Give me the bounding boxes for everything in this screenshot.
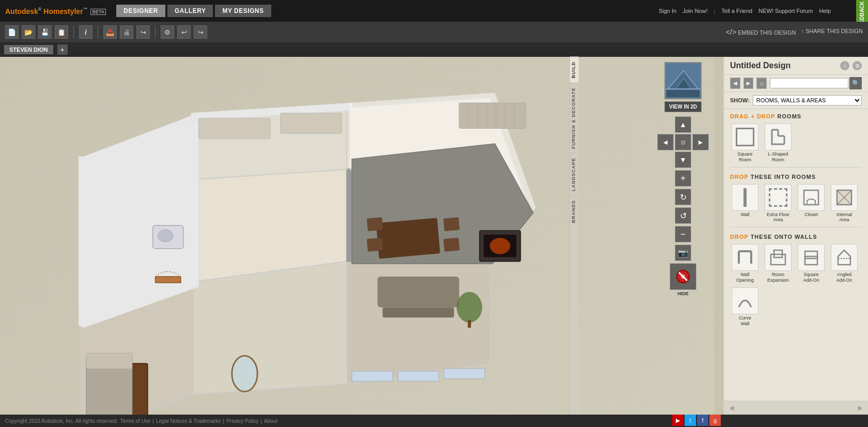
print-icon[interactable]: 🖨 <box>120 25 133 39</box>
panel-header: Untitled Design i ⚙ <box>724 57 868 75</box>
copy-icon[interactable]: 📋 <box>55 25 68 39</box>
closet-label: Closet <box>804 212 818 218</box>
extra-floor-item[interactable]: Extra FloorArea <box>763 184 793 223</box>
settings-icon[interactable]: ⚙ <box>161 25 174 39</box>
settings-panel-icon[interactable]: ⚙ <box>853 61 862 70</box>
user-tab-bar: STEVEN DION + <box>0 42 868 57</box>
sign-in-link[interactable]: Sign In <box>659 8 676 14</box>
youtube-icon[interactable]: ▶ <box>672 415 684 426</box>
social-icons: ▶ t f g <box>672 414 721 426</box>
tab-landscape[interactable]: LANDSCAPE <box>570 153 579 195</box>
about-link[interactable]: About <box>264 418 277 424</box>
save-icon[interactable]: 💾 <box>38 25 52 39</box>
square-addon-item[interactable]: SquareAdd-On <box>796 244 826 283</box>
l-shape-svg <box>768 127 788 147</box>
export-icon[interactable]: 📤 <box>103 25 117 39</box>
zoom-out-button[interactable]: − <box>675 226 691 242</box>
angled-addon-icon <box>831 244 858 271</box>
view-2d-button[interactable]: VIEW IN 2D <box>664 101 702 112</box>
logo-autodesk: Autodesk <box>5 7 38 15</box>
join-now-link[interactable]: Join Now! <box>683 8 707 14</box>
share-design-button[interactable]: ↑ SHARE THIS DESIGN <box>801 28 863 36</box>
nav-arrows: ▲ ◄ ⊡ ► ▼ <box>657 116 709 168</box>
wall-item[interactable]: Wall <box>730 184 760 223</box>
panel-search-button[interactable]: 🔍 <box>849 77 862 89</box>
pan-down-button[interactable]: ▼ <box>675 151 691 168</box>
pan-up-button[interactable]: ▲ <box>675 116 691 133</box>
add-tab-button[interactable]: + <box>57 44 68 55</box>
legal-link[interactable]: Legal Notices & Trademarks <box>156 418 221 424</box>
facebook-icon[interactable]: f <box>697 415 708 426</box>
info-icon[interactable]: i <box>79 25 92 39</box>
help-link[interactable]: Help <box>819 8 831 14</box>
l-shaped-room-icon <box>765 124 792 150</box>
undo-icon[interactable]: ↩ <box>177 25 191 39</box>
terms-link[interactable]: Terms of Use <box>120 418 150 424</box>
pan-right-button[interactable]: ► <box>692 134 709 150</box>
tab-furnish[interactable]: FURNISH & DECORATE <box>570 83 579 153</box>
nav-designer-button[interactable]: DESIGNER <box>116 5 165 17</box>
pan-left-button[interactable]: ◄ <box>657 134 674 150</box>
tell-friend-link[interactable]: Tell a Friend <box>721 8 752 14</box>
wall-opening-label: WallOpening <box>736 272 754 283</box>
square-addon-icon <box>798 244 825 271</box>
show-select[interactable]: ROOMS, WALLS & AREAS <box>753 95 862 105</box>
info-panel-icon[interactable]: i <box>840 61 849 70</box>
svg-rect-16 <box>367 217 383 231</box>
curve-wall-svg <box>735 291 755 311</box>
internal-area-item[interactable]: InternalArea <box>829 184 859 223</box>
open-file-icon[interactable]: 📂 <box>22 25 35 39</box>
hide-toggle-button[interactable] <box>670 263 696 290</box>
new-file-icon[interactable]: 📄 <box>5 25 19 39</box>
toolbar-divider-3 <box>155 26 156 38</box>
embed-design-button[interactable]: </> EMBED THIS DESIGN <box>726 28 796 36</box>
l-shaped-room-label: L-ShapedRoom <box>768 151 788 163</box>
tab-build[interactable]: BUILD <box>570 57 579 83</box>
extra-floor-icon <box>765 184 792 211</box>
user-tab-label[interactable]: STEVEN DION <box>4 45 53 54</box>
design-canvas[interactable]: VIEW IN 2D ▲ ◄ ⊡ ► ▼ + ↻ ↺ − 📷 <box>0 57 714 415</box>
tab-brands[interactable]: BRANDS <box>570 195 579 227</box>
l-shaped-room-item[interactable]: L-ShapedRoom <box>763 124 793 163</box>
rotate-ccw-button[interactable]: ↺ <box>675 207 691 224</box>
panel-forward-button[interactable]: ► <box>743 78 754 89</box>
room-expansion-svg <box>768 247 788 268</box>
camera-button[interactable]: 📷 <box>675 245 691 261</box>
collapse-down-button[interactable]: » <box>857 403 862 413</box>
main-content: VIEW IN 2D ▲ ◄ ⊡ ► ▼ + ↻ ↺ − 📷 <box>0 57 868 415</box>
panel-back-button[interactable]: ◄ <box>730 78 740 89</box>
fit-view-button[interactable]: ⊡ <box>675 134 691 150</box>
square-addon-svg <box>801 247 822 268</box>
svg-rect-20 <box>378 277 459 307</box>
floor-plan-visual <box>0 57 714 415</box>
panel-search-input[interactable] <box>770 78 848 88</box>
drop-onto-walls-label: DROP THESE ONTO WALLS <box>724 230 868 242</box>
svg-rect-45 <box>156 277 181 283</box>
angled-addon-item[interactable]: AngledAdd-On <box>829 244 859 283</box>
square-room-item[interactable]: SquareRoom <box>730 124 760 163</box>
wall-label: Wall <box>740 212 749 218</box>
closet-item[interactable]: Closet <box>796 184 826 223</box>
share-icon[interactable]: ↪ <box>136 25 150 39</box>
redo-icon[interactable]: ↪ <box>194 25 207 39</box>
curve-wall-item[interactable]: CurveWall <box>730 287 760 327</box>
nav-my-designs-button[interactable]: MY DESIGNS <box>215 5 271 17</box>
angled-addon-label: AngledAdd-On <box>836 272 852 283</box>
zoom-in-button[interactable]: + <box>675 170 691 187</box>
wall-icon <box>732 184 758 211</box>
panel-home-button[interactable]: ⌂ <box>756 78 767 89</box>
nav-gallery-button[interactable]: GALLERY <box>167 5 213 17</box>
rotate-cw-button[interactable]: ↻ <box>675 189 691 205</box>
collapse-up-button[interactable]: « <box>730 403 735 413</box>
svg-rect-22 <box>199 118 270 139</box>
support-forum-link[interactable]: NEW! Support Forum <box>758 8 813 14</box>
wall-opening-item[interactable]: WallOpening <box>730 244 760 283</box>
twitter-icon[interactable]: t <box>685 415 696 426</box>
svg-point-46 <box>232 356 257 391</box>
minimap[interactable] <box>664 62 702 99</box>
svg-rect-51 <box>667 90 700 97</box>
square-shape <box>736 128 754 146</box>
room-expansion-item[interactable]: RoomExpansion <box>763 244 793 283</box>
privacy-link[interactable]: Privacy Policy <box>226 418 258 424</box>
google-icon[interactable]: g <box>709 415 721 426</box>
